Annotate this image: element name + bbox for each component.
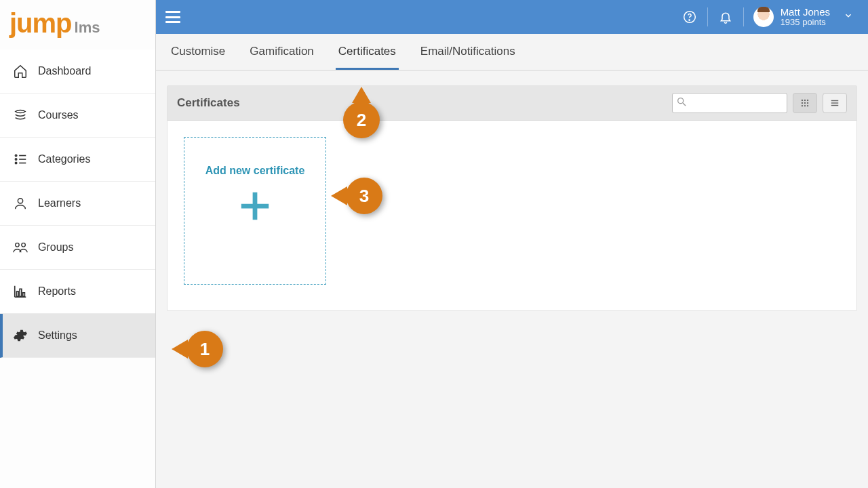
barchart-icon	[12, 283, 28, 300]
svg-point-0	[15, 155, 16, 156]
svg-point-2	[15, 162, 16, 163]
svg-rect-11	[17, 291, 19, 296]
sidebar-item-label: Courses	[38, 109, 79, 121]
svg-point-26	[807, 105, 808, 106]
svg-point-16	[678, 98, 684, 104]
plus-icon	[237, 188, 273, 227]
sidebar-item-settings[interactable]: Settings	[0, 314, 155, 358]
sidebar-item-label: Categories	[38, 153, 90, 165]
sidebar-item-learners[interactable]: Learners	[0, 182, 155, 226]
gear-icon	[12, 327, 28, 344]
logo: jump lms	[0, 0, 155, 45]
tab-email-notifications[interactable]: Email/Notifications	[418, 34, 518, 70]
sidebar-item-label: Reports	[38, 285, 76, 298]
sidebar-item-label: Settings	[38, 329, 77, 342]
divider	[743, 7, 744, 26]
bell-icon[interactable]	[712, 0, 739, 34]
svg-point-22	[804, 102, 806, 104]
svg-point-18	[802, 100, 803, 101]
tab-customise[interactable]: Customise	[168, 34, 228, 70]
svg-point-25	[804, 105, 806, 106]
svg-point-15	[689, 20, 690, 20]
svg-rect-13	[23, 293, 25, 297]
person-icon	[12, 195, 28, 211]
svg-point-19	[804, 100, 806, 101]
svg-point-8	[22, 243, 26, 247]
topbar: Matt Jones 1935 points	[156, 0, 868, 34]
search-icon	[676, 96, 687, 110]
sidebar-item-label: Dashboard	[38, 65, 91, 77]
sidebar-item-dashboard[interactable]: Dashboard	[0, 49, 155, 94]
search-input[interactable]	[672, 93, 787, 113]
sidebar-item-groups[interactable]: Groups	[0, 226, 155, 270]
chevron-down-icon	[844, 11, 853, 23]
svg-rect-12	[20, 289, 22, 296]
tab-certificates[interactable]: Certificates	[336, 34, 399, 70]
main: Matt Jones 1935 points Customise Gamific…	[156, 0, 868, 488]
svg-point-7	[16, 243, 20, 247]
user-points: 1935 points	[781, 18, 830, 28]
add-certificate-tile[interactable]: Add new certificate	[184, 137, 326, 285]
panel-header: Certificates	[167, 86, 856, 121]
svg-point-24	[802, 105, 803, 106]
logo-text-sub: lms	[75, 19, 100, 37]
avatar	[753, 7, 774, 27]
certificates-panel: Certificates	[167, 85, 857, 311]
grid-view-button[interactable]	[793, 93, 817, 113]
home-icon	[12, 63, 28, 79]
svg-point-1	[15, 159, 16, 160]
svg-point-20	[807, 100, 808, 101]
callout-step-1: 1	[186, 331, 223, 367]
help-icon[interactable]	[676, 0, 703, 34]
sidebar: jump lms Dashboard Courses Categories	[0, 0, 156, 488]
list-view-button[interactable]	[823, 93, 847, 113]
svg-line-17	[683, 103, 686, 106]
sidebar-item-courses[interactable]: Courses	[0, 94, 155, 138]
divider	[707, 7, 708, 26]
callout-step-3: 3	[346, 178, 382, 214]
svg-point-6	[18, 199, 22, 203]
list-icon	[12, 151, 28, 167]
user-menu[interactable]: Matt Jones 1935 points	[748, 6, 859, 28]
sidebar-item-reports[interactable]: Reports	[0, 270, 155, 314]
user-name: Matt Jones	[781, 6, 830, 18]
tab-gamification[interactable]: Gamification	[247, 34, 316, 70]
settings-tabs: Customise Gamification Certificates Emai…	[156, 34, 868, 70]
logo-text-main: jump	[9, 8, 72, 39]
svg-point-23	[807, 102, 808, 104]
sidebar-item-label: Learners	[38, 197, 81, 209]
menu-toggle-icon[interactable]	[165, 11, 180, 23]
stack-icon	[12, 107, 28, 123]
people-icon	[12, 239, 28, 256]
sidebar-nav: Dashboard Courses Categories Learners Gr…	[0, 49, 155, 358]
add-certificate-label: Add new certificate	[205, 165, 305, 177]
svg-point-21	[802, 102, 803, 104]
panel-title: Certificates	[177, 96, 240, 110]
sidebar-item-categories[interactable]: Categories	[0, 138, 155, 182]
callout-step-2: 2	[343, 102, 380, 138]
sidebar-item-label: Groups	[38, 241, 73, 253]
